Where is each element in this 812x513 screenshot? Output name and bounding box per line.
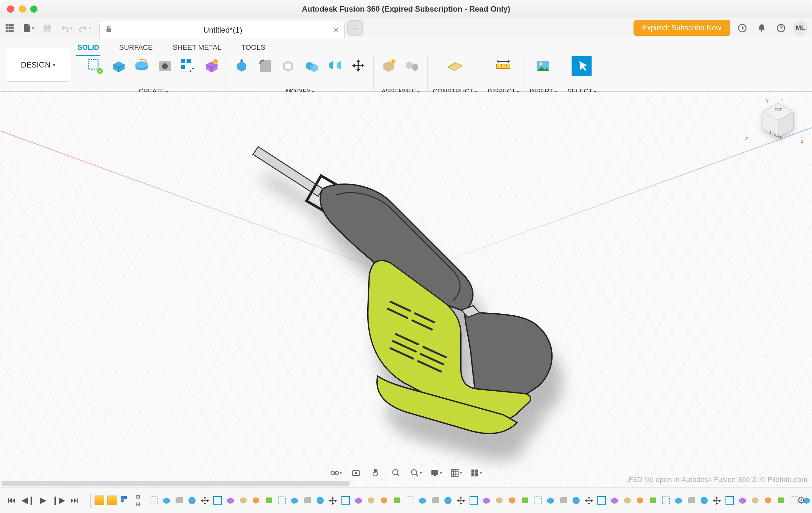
timeline-feature-icon[interactable] (392, 494, 402, 506)
split-body-icon[interactable] (325, 56, 345, 76)
shell-icon[interactable] (279, 56, 298, 76)
timeline-feature-icon[interactable] (481, 494, 492, 506)
viewcube[interactable]: FRONT RIGHT TOP (757, 100, 799, 141)
revolve-icon[interactable] (132, 56, 152, 76)
timeline-feature-icon[interactable] (660, 494, 671, 506)
pattern-icon[interactable] (178, 56, 198, 76)
timeline-step-back-icon[interactable]: ◀❙ (21, 495, 35, 505)
timeline-feature-icon[interactable] (609, 494, 620, 506)
timeline-feature-icon[interactable] (161, 494, 172, 506)
timeline-marker-pattern-icon[interactable] (120, 495, 130, 505)
timeline-feature-icon[interactable] (519, 494, 530, 506)
help-icon[interactable] (774, 21, 788, 35)
timeline-marker-group-icon[interactable] (108, 495, 117, 505)
save-icon[interactable] (39, 20, 55, 36)
timeline-feature-icon[interactable] (507, 494, 518, 506)
extrude-icon[interactable] (109, 56, 128, 76)
subscribe-banner-button[interactable]: Expired: Subscribe Now (634, 20, 730, 36)
measure-icon[interactable] (493, 56, 513, 76)
create-form-icon[interactable] (201, 56, 222, 76)
close-tab-icon[interactable]: × (334, 25, 339, 35)
horizontal-scrollbar[interactable] (1, 481, 350, 486)
timeline-feature-icon[interactable] (238, 494, 249, 506)
timeline-feature-icon[interactable] (340, 494, 351, 506)
tab-surface[interactable]: SURFACE (118, 41, 154, 55)
timeline-feature-icon[interactable] (315, 494, 326, 506)
construct-plane-icon[interactable] (445, 56, 465, 76)
timeline-feature-icon[interactable] (455, 494, 466, 506)
timeline-feature-icon[interactable] (417, 494, 428, 506)
timeline-feature-icon[interactable] (212, 494, 223, 506)
workspace-switcher[interactable]: DESIGN (6, 48, 70, 82)
insert-decal-icon[interactable] (533, 56, 553, 76)
hole-icon[interactable] (155, 56, 175, 76)
timeline-feature-icon[interactable] (251, 494, 261, 506)
timeline-feature-icon[interactable] (263, 494, 274, 506)
select-tool-icon[interactable] (572, 56, 591, 76)
notifications-icon[interactable] (755, 21, 769, 35)
timeline-feature-icon[interactable] (686, 494, 697, 506)
model-reciprocating-saw[interactable] (239, 134, 575, 437)
combine-icon[interactable] (302, 56, 322, 76)
tab-solid[interactable]: SOLID (76, 41, 100, 56)
new-component-icon[interactable] (379, 56, 399, 76)
pan-icon[interactable] (370, 466, 382, 479)
timeline-feature-icon[interactable] (597, 494, 607, 506)
timeline-feature-icon[interactable] (404, 494, 415, 506)
timeline-feature-icon[interactable] (545, 494, 556, 506)
timeline-feature-icon[interactable] (571, 494, 582, 506)
joint-icon[interactable] (402, 56, 422, 76)
viewport[interactable]: y x z FRONT RIGHT TOP (0, 92, 812, 487)
tab-sheet-metal[interactable]: SHEET METAL (171, 41, 223, 55)
document-tab[interactable]: Untitled*(1) × (99, 21, 345, 38)
timeline-step-forward-icon[interactable]: ❙▶ (52, 495, 65, 505)
timeline-feature-icon[interactable] (379, 494, 389, 506)
grid-settings-icon[interactable] (450, 466, 462, 479)
timeline-start-icon[interactable]: ⏮ (8, 495, 16, 505)
display-settings-icon[interactable] (430, 466, 442, 479)
timeline-feature-icon[interactable] (289, 494, 300, 506)
timeline-feature-icon[interactable] (442, 494, 454, 506)
look-at-icon[interactable] (350, 466, 362, 479)
timeline-end-icon[interactable]: ⏭ (70, 495, 79, 505)
timeline-marker-group-icon[interactable] (94, 495, 104, 505)
create-sketch-icon[interactable] (85, 56, 105, 76)
timeline-expand[interactable]: ⊟ ⊞ (134, 494, 140, 507)
timeline-feature-icon[interactable] (737, 494, 748, 506)
viewcube-top[interactable]: TOP (775, 108, 782, 112)
timeline-feature-icon[interactable] (763, 494, 774, 506)
timeline-play-icon[interactable]: ▶ (40, 495, 47, 505)
timeline-feature-icon[interactable] (532, 494, 543, 506)
timeline-settings-icon[interactable]: ⚙ (797, 494, 806, 506)
tab-tools[interactable]: TOOLS (240, 41, 267, 55)
timeline-feature-icon[interactable] (635, 494, 646, 506)
job-status-icon[interactable] (735, 21, 749, 35)
redo-icon[interactable] (77, 20, 92, 36)
timeline-feature-icon[interactable] (353, 494, 364, 506)
orbit-icon[interactable] (329, 466, 342, 479)
viewcube-right[interactable]: RIGHT (780, 100, 793, 102)
timeline-feature-icon[interactable] (468, 494, 479, 506)
timeline-feature-icon[interactable] (186, 494, 198, 506)
timeline-feature-icon[interactable] (724, 494, 735, 506)
file-menu-icon[interactable] (21, 20, 36, 36)
press-pull-icon[interactable] (232, 56, 252, 76)
timeline-feature-icon[interactable] (174, 494, 184, 506)
timeline-feature-icon[interactable] (647, 494, 658, 506)
timeline-feature-icon[interactable] (776, 494, 786, 506)
timeline-feature-icon[interactable] (366, 494, 377, 506)
timeline-feature-icon[interactable] (302, 494, 313, 506)
timeline-feature-icon[interactable] (148, 494, 159, 506)
timeline-feature-icon[interactable] (699, 494, 710, 506)
timeline-feature-icon[interactable] (750, 494, 761, 506)
timeline-feature-icon[interactable] (327, 494, 338, 506)
viewport-layout-icon[interactable] (470, 466, 483, 479)
timeline-feature-icon[interactable] (558, 494, 569, 506)
timeline-feature-icon[interactable] (430, 494, 441, 506)
data-panel-icon[interactable] (2, 20, 18, 36)
timeline-feature-icon[interactable] (712, 494, 723, 506)
timeline-feature-icon[interactable] (622, 494, 633, 506)
timeline-feature-icon[interactable] (276, 494, 287, 506)
undo-icon[interactable] (58, 20, 74, 36)
timeline-feature-icon[interactable] (494, 494, 505, 506)
